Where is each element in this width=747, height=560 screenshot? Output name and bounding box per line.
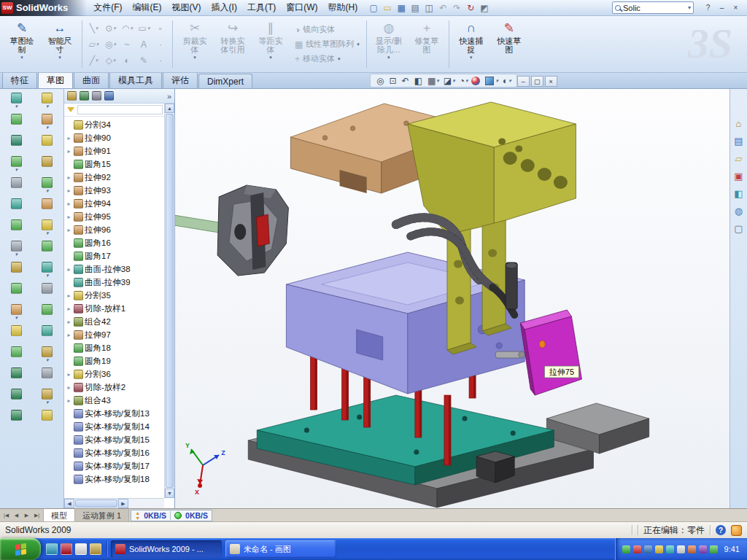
tree-item[interactable]: ▸ 拉伸95 (66, 210, 164, 223)
expand-arrow-icon[interactable]: ▸ (66, 266, 72, 273)
tree-item[interactable]: ▸ 拉伸94 (66, 197, 164, 210)
doc-restore-button[interactable]: ▢ (531, 76, 543, 87)
tree-item[interactable]: ▸ 拉伸91 (66, 144, 164, 158)
graphics-area[interactable]: 拉伸75 Y Z X (175, 89, 729, 508)
toolbox-icon[interactable]: ▣ (732, 169, 746, 183)
menu-item[interactable]: 工具(T) (242, 0, 281, 16)
expand-arrow-icon[interactable]: ▸ (66, 319, 72, 325)
dimxpertmanager-tab-icon[interactable] (104, 91, 114, 101)
tree-item[interactable]: 实体-移动/复制17 (66, 459, 164, 472)
cm-button[interactable]: ✂ 剪裁实体 ▾ (176, 18, 214, 71)
menu-item[interactable]: 插入(I) (206, 0, 242, 16)
tree-item[interactable]: 圆角15 (66, 158, 164, 171)
taskbar-clock[interactable]: 9:41 (724, 545, 740, 553)
expand-arrow-icon[interactable]: ▸ (66, 214, 72, 220)
quick-launch-icon[interactable] (75, 543, 87, 555)
menu-item[interactable]: 视图(V) (167, 0, 206, 16)
tree-item[interactable]: 实体-移动/复制14 (66, 420, 164, 433)
scroll-down-icon[interactable]: ▼ (165, 489, 174, 498)
tree-item[interactable]: ▸ 拉伸90 (66, 131, 164, 144)
sketch-entity-icon[interactable]: ◠▾ (119, 20, 136, 36)
new-icon[interactable]: ▢ (367, 1, 380, 15)
sketch-entity-icon[interactable]: ▱▾ (85, 36, 102, 52)
resources-home-icon[interactable]: ⌂ (732, 117, 746, 131)
hide-show-items-icon[interactable]: ◔▾ (459, 76, 468, 86)
tree-item[interactable]: 曲面-拉伸39 (66, 276, 164, 289)
palette-tool-icon[interactable] (2, 283, 31, 303)
palette-tool-icon[interactable] (34, 241, 62, 260)
scroll-thumb[interactable] (166, 114, 174, 488)
tree-item[interactable]: ▸ 组合43 (66, 394, 164, 407)
palette-tool-icon[interactable] (34, 368, 62, 387)
menu-item[interactable]: 编辑(E) (128, 0, 167, 16)
palette-tool-icon[interactable] (2, 219, 31, 239)
palette-tool-icon[interactable]: ▾ (2, 93, 31, 112)
tray-icon[interactable] (666, 545, 674, 553)
view-settings-icon[interactable]: ◐▾ (502, 76, 511, 86)
palette-tool-icon[interactable]: ▾ (34, 389, 62, 408)
quick-tips-help-icon[interactable]: ? (716, 525, 726, 535)
help-button[interactable]: ? (703, 3, 713, 13)
scroll-up-icon[interactable]: ▲ (165, 104, 174, 113)
expand-arrow-icon[interactable]: ▸ (66, 292, 72, 299)
status-appearance-icon[interactable] (731, 525, 742, 536)
tree-horizontal-scrollbar[interactable]: ◀ ▶ (64, 498, 164, 508)
expand-arrow-icon[interactable]: ▸ (66, 135, 72, 141)
sketch-entity-icon[interactable]: ◇▾ (102, 52, 119, 69)
tree-item[interactable]: 实体-移动/复制16 (66, 446, 164, 459)
palette-tool-icon[interactable]: ▾ (34, 262, 62, 281)
3d-model-canvas[interactable]: 拉伸75 Y Z X (175, 89, 729, 508)
cm-tab[interactable]: 评估 (163, 71, 198, 88)
palette-tool-icon[interactable] (2, 346, 31, 366)
tab-nav-arrow-icon[interactable]: ▶ (22, 513, 31, 518)
previous-view-icon[interactable]: ↶ (401, 76, 410, 86)
expand-arrow-icon[interactable]: ▸ (66, 227, 72, 233)
view-palette-icon[interactable]: ◧ (732, 187, 746, 201)
task-button[interactable]: 未命名 - 画图 (225, 540, 336, 558)
redo-icon[interactable]: ↷ (450, 1, 463, 15)
network-speed-monitor[interactable]: ▲▼ 0KB/S 0KB/S (131, 510, 212, 521)
sketch-entity-icon[interactable]: ▫ (152, 20, 169, 36)
rebuild-icon[interactable]: ↻ (464, 1, 477, 15)
cm-button[interactable]: ↔ 智能尺寸 ▾ (41, 18, 79, 71)
quick-launch-icon[interactable] (61, 543, 72, 555)
palette-tool-icon[interactable] (2, 410, 31, 429)
cm-button[interactable]: ✎ 草图绘制 ▾ (3, 18, 41, 71)
palette-tool-icon[interactable]: ▾ (2, 241, 31, 260)
tree-item[interactable]: ▸ 切除-放样1 (66, 302, 164, 315)
minimize-button[interactable]: – (716, 3, 727, 13)
undo-icon[interactable]: ↶ (436, 1, 449, 15)
save-icon[interactable]: ▦ (395, 1, 408, 15)
sketch-entity-icon[interactable]: ⊙▾ (102, 20, 119, 36)
appearances-icon[interactable]: ◍ (732, 204, 746, 218)
part-gray-dowel[interactable] (495, 351, 525, 358)
doc-tab[interactable]: 模型 (44, 509, 75, 521)
apply-scene-icon[interactable]: ▾ (485, 77, 498, 85)
tree-item[interactable]: 圆角19 (66, 354, 164, 368)
doc-tab[interactable]: 运动算例 1 (75, 509, 129, 521)
expand-arrow-icon[interactable]: ▸ (66, 332, 72, 338)
palette-tool-icon[interactable] (2, 389, 31, 408)
doc-minimize-button[interactable]: ‒ (517, 76, 530, 87)
filter-funnel-icon[interactable] (67, 107, 74, 112)
cm-button[interactable]: ◍ 显示/删除几... ▾ (370, 18, 408, 71)
palette-tool-icon[interactable]: ▾ (2, 304, 31, 324)
expand-arrow-icon[interactable]: ▸ (66, 306, 72, 312)
tree-item[interactable]: ▸ 拉伸92 (66, 171, 164, 184)
configurationmanager-tab-icon[interactable] (92, 91, 101, 101)
cm-tab[interactable]: DimXpert (198, 74, 252, 88)
palette-tool-icon[interactable]: ▾ (34, 219, 62, 239)
tree-item[interactable]: 分割34 (66, 118, 164, 131)
scroll-right-icon[interactable]: ▶ (118, 499, 128, 508)
tree-item[interactable]: 圆角16 (66, 236, 164, 249)
sketch-entity-icon[interactable]: ◎▾ (102, 36, 119, 52)
tray-icon[interactable] (710, 545, 718, 553)
palette-tool-icon[interactable] (34, 325, 62, 345)
palette-tool-icon[interactable] (2, 198, 31, 218)
panel-chevron-icon[interactable]: » (167, 92, 171, 101)
sketch-entity-icon[interactable]: ∙ (152, 36, 169, 52)
palette-tool-icon[interactable] (34, 304, 62, 324)
tree-item[interactable]: ▸ 拉伸93 (66, 184, 164, 197)
expand-arrow-icon[interactable]: ▸ (66, 371, 72, 378)
palette-tool-icon[interactable]: ▾ (34, 114, 62, 133)
